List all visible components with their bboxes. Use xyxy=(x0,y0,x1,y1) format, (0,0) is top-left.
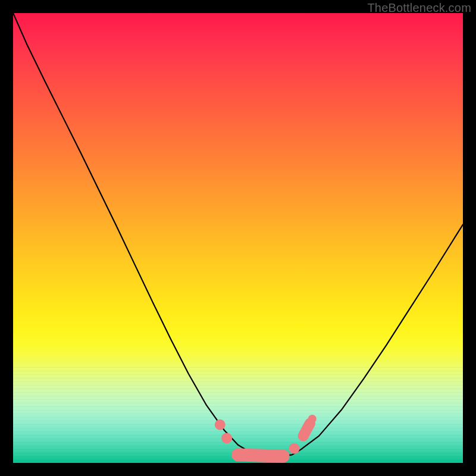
plot-area xyxy=(13,13,463,463)
background-gradient xyxy=(13,13,463,463)
watermark-text: TheBottleneck.com xyxy=(367,1,471,15)
chart-frame: TheBottleneck.com xyxy=(0,0,476,476)
